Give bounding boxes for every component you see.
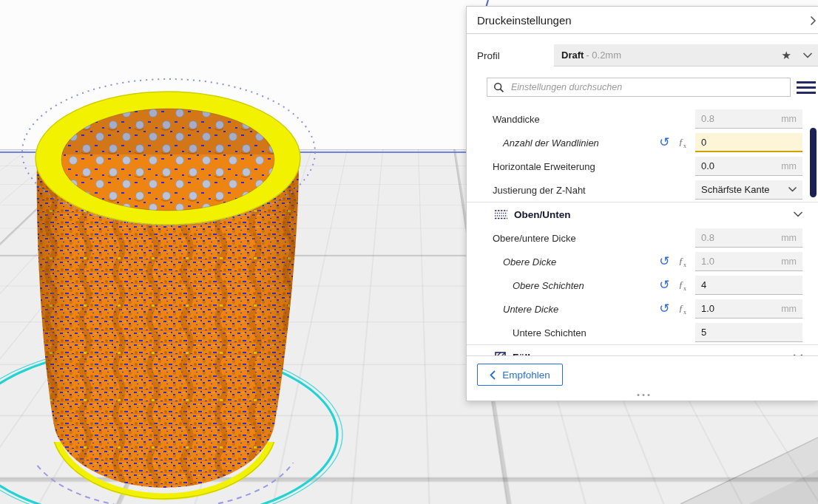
- setting-value: Schärfste Kante: [701, 184, 788, 195]
- profile-value: Draft: [561, 50, 584, 61]
- reset-value-icon[interactable]: ↺: [659, 279, 669, 291]
- search-row: [487, 78, 818, 97]
- setting-row-anzahl-der-wandlinien: Anzahl der Wandlinien ↺ ƒx: [467, 131, 818, 154]
- settings-list: Wanddicke 0.8 mm Anzahl der Wandlinien ↺…: [467, 107, 818, 355]
- setting-value-field[interactable]: mm: [695, 157, 802, 176]
- print-settings-panel: Druckeinstellungen Profil Draft - 0.2mm …: [466, 6, 818, 401]
- setting-icons: ↺ ƒx: [659, 255, 686, 268]
- setting-row-untere-dicke: Untere Dicke ↺ ƒx mm: [467, 297, 818, 321]
- setting-value: 0.8: [701, 232, 777, 243]
- chevron-down-icon: [803, 52, 812, 58]
- setting-unit: mm: [781, 304, 797, 314]
- profile-detail: - 0.2mm: [586, 50, 781, 61]
- search-icon: [493, 82, 504, 93]
- setting-icons: ↺ ƒx: [659, 302, 686, 316]
- function-icon[interactable]: ƒx: [679, 302, 687, 316]
- setting-value-field[interactable]: 0.8 mm: [695, 228, 802, 248]
- reset-value-icon[interactable]: ↺: [659, 136, 669, 149]
- scrollbar-thumb[interactable]: [810, 128, 817, 197]
- panel-resize-grip[interactable]: [637, 394, 649, 396]
- setting-label: Untere Schichten: [513, 327, 695, 338]
- chevron-down-icon: [788, 187, 797, 192]
- profile-row: Profil Draft - 0.2mm ★: [477, 44, 818, 67]
- setting-value-input[interactable]: [701, 303, 777, 314]
- setting-label: Horizontale Erweiterung: [493, 161, 695, 172]
- setting-icons: ↺ ƒx: [659, 279, 686, 292]
- section-header-oben-unten[interactable]: Oben/Unten: [467, 202, 818, 226]
- setting-row-wanddicke: Wanddicke 0.8 mm: [467, 107, 818, 131]
- top-layer-rim: [36, 92, 300, 225]
- setting-label: Obere Dicke: [503, 256, 659, 268]
- recommended-mode-button[interactable]: Empfohlen: [477, 364, 563, 386]
- setting-icons: ↺ ƒx: [659, 136, 686, 149]
- plate-edge-corner: [680, 437, 818, 504]
- setting-value-field[interactable]: [695, 323, 802, 342]
- panel-header: Druckeinstellungen: [467, 7, 818, 34]
- setting-unit: mm: [781, 233, 797, 243]
- star-icon[interactable]: ★: [782, 49, 791, 62]
- setting-row-obere-schichten: Obere Schichten ↺ ƒx: [467, 273, 818, 297]
- setting-row-justierung-der-z-naht: Justierung der Z-Naht Schärfste Kante: [467, 178, 818, 202]
- section-header-fuellung[interactable]: Füllung: [467, 345, 818, 355]
- close-panel-icon[interactable]: [810, 16, 817, 28]
- setting-value-field[interactable]: 0.8 mm: [695, 109, 802, 129]
- setting-value-field[interactable]: [695, 276, 802, 295]
- setting-value-input[interactable]: [701, 137, 797, 148]
- chevron-down-icon: [794, 211, 802, 217]
- function-icon[interactable]: ƒx: [679, 136, 687, 149]
- setting-row-obere-dicke: Obere Dicke ↺ ƒx 1.0 mm: [467, 250, 818, 273]
- setting-value-input[interactable]: [701, 160, 777, 171]
- setting-dropdown[interactable]: Schärfste Kante: [695, 180, 802, 200]
- setting-value-field[interactable]: [695, 133, 802, 152]
- setting-label: Anzahl der Wandlinien: [503, 137, 659, 149]
- setting-value: 1.0: [701, 256, 777, 267]
- setting-value-input[interactable]: [701, 327, 797, 338]
- function-icon[interactable]: ƒx: [679, 255, 687, 268]
- setting-row-untere-schichten: Untere Schichten: [467, 321, 818, 344]
- function-icon[interactable]: ƒx: [679, 279, 687, 292]
- setting-label: Untere Dicke: [503, 304, 659, 315]
- setting-value-field[interactable]: mm: [695, 299, 802, 319]
- search-input[interactable]: [510, 81, 784, 93]
- chevron-left-icon: [490, 370, 496, 380]
- setting-label: Justierung der Z-Naht: [493, 185, 695, 196]
- setting-unit: mm: [781, 161, 797, 171]
- setting-row-obere-untere-dicke: Obere/untere Dicke 0.8 mm: [467, 226, 818, 250]
- search-box[interactable]: [487, 78, 791, 97]
- setting-value-input[interactable]: [701, 279, 797, 290]
- setting-label: Obere/untere Dicke: [493, 233, 695, 244]
- setting-row-horizontale-erweiterung: Horizontale Erweiterung mm: [467, 154, 818, 178]
- top-bottom-icon: [495, 209, 507, 219]
- reset-value-icon[interactable]: ↺: [659, 302, 669, 315]
- hamburger-menu-icon[interactable]: [797, 81, 816, 94]
- back-button-label: Empfohlen: [502, 370, 550, 381]
- setting-label: Wanddicke: [493, 114, 695, 125]
- footer-divider: [467, 355, 818, 356]
- profile-dropdown[interactable]: Draft - 0.2mm ★: [554, 44, 818, 67]
- setting-value: 0.8: [701, 113, 777, 124]
- profile-label: Profil: [477, 50, 554, 61]
- panel-title: Druckeinstellungen: [477, 14, 572, 27]
- setting-unit: mm: [781, 256, 797, 267]
- section-label: Oben/Unten: [514, 209, 794, 220]
- sliced-model-cylinder[interactable]: [22, 79, 315, 504]
- setting-label: Obere Schichten: [513, 280, 659, 291]
- setting-unit: mm: [781, 114, 797, 124]
- reset-value-icon[interactable]: ↺: [659, 255, 669, 268]
- setting-value-field[interactable]: 1.0 mm: [695, 252, 802, 271]
